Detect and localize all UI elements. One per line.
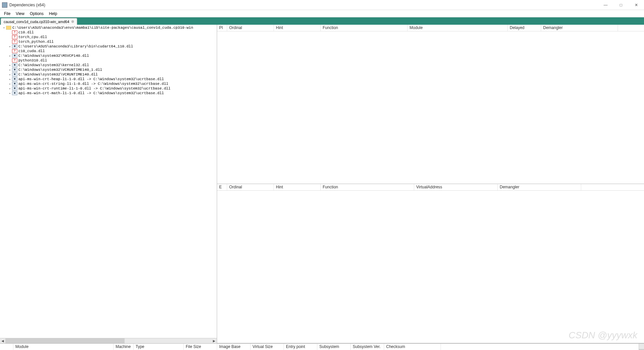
column-header[interactable]: Entry point xyxy=(284,344,317,350)
tree-twisty-icon[interactable]: ▸ xyxy=(8,73,12,76)
tree-node-label: C:\Windows\system32\MSVCP140.dll xyxy=(18,54,89,58)
column-header[interactable]: Ordinal xyxy=(227,184,274,190)
column-header[interactable]: Hint xyxy=(274,25,321,31)
module-missing-icon: ? xyxy=(12,40,17,44)
modules-pane: ModuleMachineTypeFile SizeImage BaseVirt… xyxy=(0,343,644,350)
tab-label: causal_conv1d_cuda.cp310-win_amd64 xyxy=(4,20,69,24)
exports-header[interactable]: EOrdinalHintFunctionVirtualAddressDemang… xyxy=(217,184,644,191)
column-header[interactable]: Subsystem Ver. xyxy=(351,344,384,350)
tree-node[interactable]: ?python310.dll xyxy=(1,58,217,63)
module-missing-icon: ? xyxy=(12,30,17,34)
module-ok-icon: ■ xyxy=(12,68,17,72)
tree-twisty-icon[interactable]: ▸ xyxy=(8,45,12,48)
scroll-right-icon[interactable]: ► xyxy=(211,338,217,343)
tree-node[interactable]: ▸■api-ms-win-crt-string-l1-1-0.dll -> C:… xyxy=(1,81,217,86)
module-ok-icon: ■ xyxy=(12,91,17,95)
tree-node[interactable]: ▸■C:\Windows\system32\VCRUNTIME140_1.dll xyxy=(1,67,217,72)
titlebar: Dependencies (x64) — □ ✕ xyxy=(0,0,644,10)
tree-node-label: C:\Windows\system32\VCRUNTIME140_1.dll xyxy=(18,68,102,72)
column-header[interactable]: Image Base xyxy=(217,344,251,350)
module-ok-icon: ■ xyxy=(12,44,17,48)
folder-icon xyxy=(6,26,11,30)
tree-hscrollbar[interactable]: ◄ ► xyxy=(0,338,217,343)
close-button[interactable]: ✕ xyxy=(629,0,644,10)
modules-vscrollbar[interactable] xyxy=(639,344,644,350)
module-ok-icon: ■ xyxy=(12,86,17,91)
tree-node[interactable]: ▸■C:\Users\ASUS\anaconda3\Library\bin\cu… xyxy=(1,44,217,49)
column-header[interactable]: Module xyxy=(13,344,114,350)
module-ok-icon: ■ xyxy=(12,82,17,86)
column-header[interactable]: E xyxy=(217,184,227,190)
module-missing-icon: ? xyxy=(12,49,17,53)
menu-help[interactable]: Help xyxy=(46,11,60,17)
tree-node[interactable]: ▾C:\Users\ASUS\anaconda3\envs\mamba1\Lib… xyxy=(1,25,217,30)
window-title: Dependencies (x64) xyxy=(9,3,45,7)
tabstrip: causal_conv1d_cuda.cp310-win_amd64 ⊗ xyxy=(0,17,644,25)
tree-twisty-icon[interactable]: ▸ xyxy=(8,54,12,58)
menu-view[interactable]: View xyxy=(13,11,27,17)
column-header[interactable]: Subsystem xyxy=(317,344,351,350)
tree-node-label: C:\Windows\system32\kernel32.dll xyxy=(18,63,89,67)
tree-twisty-icon[interactable]: ▸ xyxy=(8,68,12,72)
column-header[interactable]: Demangler xyxy=(541,25,618,31)
tree-node-label: torch_python.dll xyxy=(18,40,54,44)
column-header[interactable]: PI xyxy=(217,25,227,31)
tree-node[interactable]: ▸■C:\Windows\system32\kernel32.dll xyxy=(1,63,217,67)
menu-file[interactable]: File xyxy=(1,11,13,17)
tree-twisty-icon[interactable]: ▸ xyxy=(8,77,12,81)
module-ok-icon: ■ xyxy=(12,72,17,76)
column-header[interactable]: Demangler xyxy=(498,184,581,190)
tree-node-label: C:\Users\ASUS\anaconda3\Library\bin\cuda… xyxy=(18,44,133,48)
tree-node-label: api-ms-win-crt-runtime-l1-1-0.dll -> C:\… xyxy=(18,86,170,91)
scroll-thumb[interactable] xyxy=(5,338,125,343)
column-header[interactable]: Delayed xyxy=(508,25,541,31)
module-ok-icon: ■ xyxy=(12,54,17,58)
menubar: FileViewOptionsHelp xyxy=(0,10,644,17)
tree-node-label: api-ms-win-crt-string-l1-1-0.dll -> C:\W… xyxy=(18,82,168,86)
column-header[interactable]: Function xyxy=(321,184,414,190)
column-header[interactable]: Virtual Size xyxy=(251,344,284,350)
modules-header[interactable]: ModuleMachineTypeFile SizeImage BaseVirt… xyxy=(0,344,639,350)
tree-node[interactable]: ▸■C:\Windows\system32\MSVCP140.dll xyxy=(1,53,217,58)
column-header[interactable]: Hint xyxy=(274,184,321,190)
dependency-tree[interactable]: ▾C:\Users\ASUS\anaconda3\envs\mamba1\Lib… xyxy=(0,25,217,338)
scroll-left-icon[interactable]: ◄ xyxy=(0,338,5,343)
tab-active[interactable]: causal_conv1d_cuda.cp310-win_amd64 ⊗ xyxy=(1,18,77,25)
tree-node[interactable]: ▸■C:\Windows\system32\VCRUNTIME140.dll xyxy=(1,72,217,77)
column-header[interactable]: Module xyxy=(408,25,508,31)
tree-node[interactable]: ▸■api-ms-win-crt-runtime-l1-1-0.dll -> C… xyxy=(1,86,217,91)
exports-pane: EOrdinalHintFunctionVirtualAddressDemang… xyxy=(217,184,644,343)
tree-node-label: python310.dll xyxy=(18,58,47,62)
tree-twisty-icon[interactable]: ▸ xyxy=(8,92,12,95)
column-header[interactable]: File Size xyxy=(184,344,217,350)
column-header[interactable]: Machine xyxy=(114,344,134,350)
module-ok-icon: ■ xyxy=(12,77,17,81)
tree-node[interactable]: ▸■api-ms-win-crt-heap-l1-1-0.dll -> C:\W… xyxy=(1,77,217,81)
column-header[interactable] xyxy=(0,344,13,350)
tree-node-label: C:\Windows\system32\VCRUNTIME140.dll xyxy=(18,72,98,76)
tab-close-icon[interactable]: ⊗ xyxy=(71,19,74,24)
column-header[interactable]: Checksum xyxy=(384,344,441,350)
tree-node-label: torch_cpu.dll xyxy=(18,35,47,39)
tree-node[interactable]: ?torch_cpu.dll xyxy=(1,35,217,39)
module-missing-icon: ? xyxy=(12,35,17,39)
maximize-button[interactable]: □ xyxy=(613,0,629,10)
column-header[interactable]: VirtualAddress xyxy=(414,184,498,190)
column-header[interactable]: Ordinal xyxy=(227,25,274,31)
modules-table[interactable]: ModuleMachineTypeFile SizeImage BaseVirt… xyxy=(0,344,639,350)
column-header[interactable]: Function xyxy=(321,25,408,31)
tree-twisty-icon[interactable]: ▸ xyxy=(8,87,12,91)
column-header[interactable]: Type xyxy=(134,344,184,350)
imports-header[interactable]: PIOrdinalHintFunctionModuleDelayedDemang… xyxy=(217,25,644,31)
tree-node[interactable]: ▸■api-ms-win-crt-math-l1-1-0.dll -> C:\W… xyxy=(1,91,217,96)
tree-node-label: c10_cuda.dll xyxy=(18,49,45,53)
menu-options[interactable]: Options xyxy=(27,11,46,17)
tree-node[interactable]: ?torch_python.dll xyxy=(1,39,217,44)
app-icon xyxy=(2,2,7,8)
tree-node[interactable]: ?c10.dll xyxy=(1,30,217,35)
tree-twisty-icon[interactable]: ▾ xyxy=(2,26,6,30)
minimize-button[interactable]: — xyxy=(598,0,613,10)
tree-twisty-icon[interactable]: ▸ xyxy=(8,63,12,67)
tree-node[interactable]: ?c10_cuda.dll xyxy=(1,49,217,53)
tree-twisty-icon[interactable]: ▸ xyxy=(8,82,12,86)
